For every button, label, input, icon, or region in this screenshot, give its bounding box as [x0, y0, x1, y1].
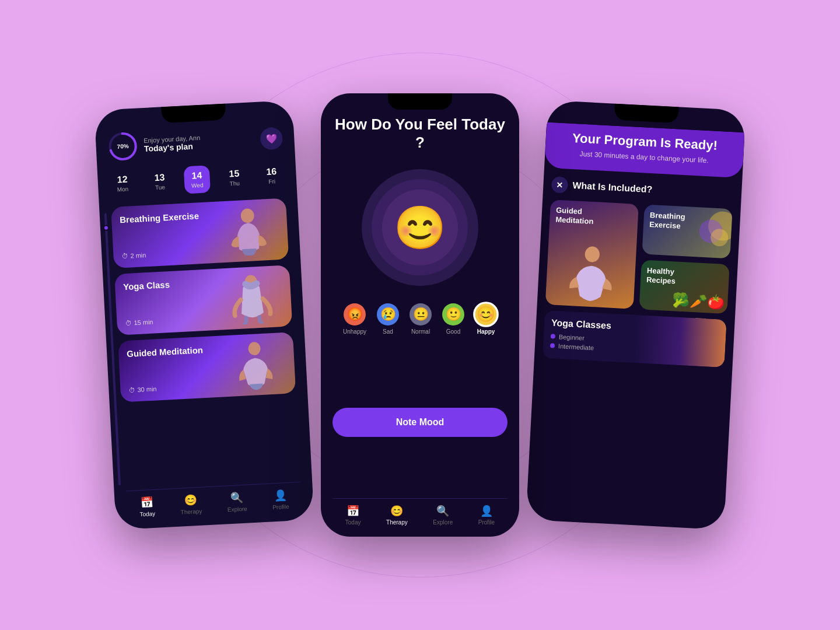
- nav-therapy-label: Therapy: [180, 508, 202, 516]
- nav-therapy-label-2: Therapy: [386, 519, 408, 526]
- phone-program: Your Program Is Ready! Just 30 minutes a…: [526, 100, 746, 530]
- svg-point-5: [584, 246, 600, 262]
- bottom-nav-2: 📅 Today 😊 Therapy 🔍 Explore 👤 Profile: [332, 498, 508, 528]
- clock-icon-2: ⏱: [125, 320, 132, 327]
- today-icon-2: 📅: [346, 505, 359, 517]
- yoga-classes-card[interactable]: Yoga Classes Beginner Intermediate: [542, 310, 727, 368]
- good-face: 🙂: [442, 303, 464, 326]
- yoga-duration: ⏱ 15 min: [125, 312, 284, 327]
- phone-mood: How Do You Feel Today ? 😊 😡 Unhappy 😢 Sa…: [321, 93, 519, 537]
- mood-unhappy[interactable]: 😡 Unhappy: [343, 303, 366, 335]
- mood-emoji-display: 😊: [394, 206, 446, 249]
- nav-explore-2[interactable]: 🔍 Explore: [433, 505, 453, 526]
- phone-today: 70% Enjoy your day, Ann Today's plan 💜 1…: [94, 100, 314, 530]
- heart-button[interactable]: 💜: [260, 127, 283, 150]
- progress-percent: 70%: [117, 143, 129, 150]
- sad-face: 😢: [377, 303, 399, 326]
- nav-profile-label: Profile: [272, 503, 289, 510]
- included-section: ✕ What Is Included?: [551, 177, 734, 202]
- mood-circle: 😊: [362, 169, 478, 286]
- notch-2: [388, 93, 452, 110]
- close-button[interactable]: ✕: [551, 177, 568, 194]
- timeline-dot: [103, 225, 110, 231]
- meditation-title: Guided Meditation: [127, 344, 214, 359]
- normal-face: 😐: [410, 303, 432, 326]
- therapy-icon-2: 😊: [390, 505, 403, 517]
- day-thu[interactable]: 15 Thu: [221, 163, 248, 192]
- clock-icon-3: ⏱: [128, 386, 135, 394]
- beginner-label: Beginner: [559, 334, 585, 342]
- unhappy-label: Unhappy: [343, 328, 366, 335]
- phones-container: 70% Enjoy your day, Ann Today's plan 💜 1…: [105, 93, 735, 537]
- breathing-exercise-card[interactable]: BreathingExercise: [642, 205, 732, 259]
- activity-list: Breathing Exercise ⏱ 2 min: [111, 198, 300, 491]
- mood-normal[interactable]: 😐 Normal: [410, 303, 432, 335]
- healthy-recipes-label: HealthyRecipes: [640, 260, 682, 292]
- nav-today-1[interactable]: 📅 Today: [139, 496, 156, 517]
- therapy-icon: 😊: [184, 494, 197, 507]
- nav-therapy-1[interactable]: 😊 Therapy: [180, 494, 202, 516]
- yoga-title: Yoga Class: [123, 277, 211, 292]
- intermediate-dot: [550, 344, 555, 348]
- mood-options: 😡 Unhappy 😢 Sad 😐 Normal 🙂 Good 😊: [343, 303, 497, 335]
- notch-1: [161, 104, 226, 124]
- note-mood-button[interactable]: Note Mood: [332, 408, 508, 437]
- notch-3: [614, 104, 678, 124]
- nav-today-label: Today: [139, 510, 155, 517]
- sad-label: Sad: [383, 328, 393, 335]
- good-label: Good: [446, 328, 460, 335]
- nav-explore-1[interactable]: 🔍 Explore: [226, 491, 247, 513]
- guided-meditation-label: GuidedMeditation: [549, 200, 600, 232]
- nav-explore-label-2: Explore: [433, 519, 453, 526]
- meditation-duration: ⏱ 30 min: [128, 379, 287, 394]
- unhappy-face: 😡: [344, 303, 366, 326]
- mood-good[interactable]: 🙂 Good: [442, 303, 464, 335]
- profile-icon-2: 👤: [480, 505, 493, 517]
- nav-today-2[interactable]: 📅 Today: [345, 505, 361, 526]
- happy-face: 😊: [473, 302, 499, 328]
- nav-profile-2[interactable]: 👤 Profile: [478, 505, 495, 526]
- breathing-card[interactable]: Breathing Exercise ⏱ 2 min: [111, 198, 289, 268]
- day-wed[interactable]: 14 Wed: [184, 165, 211, 194]
- mood-title: How Do You Feel Today ?: [332, 116, 508, 152]
- explore-icon: 🔍: [230, 491, 243, 505]
- healthy-recipes-card[interactable]: HealthyRecipes 🥦🥕🍅: [639, 260, 729, 314]
- happy-label: Happy: [477, 328, 495, 335]
- nav-therapy-2[interactable]: 😊 Therapy: [386, 505, 408, 526]
- mood-happy[interactable]: 😊 Happy: [475, 303, 497, 335]
- progress-ring: 70%: [107, 131, 139, 163]
- beginner-dot: [551, 334, 555, 339]
- breathing-exercise-label: BreathingExercise: [643, 205, 691, 237]
- today-icon: 📅: [140, 496, 153, 509]
- nav-explore-label: Explore: [228, 506, 247, 513]
- nav-profile-label-2: Profile: [478, 519, 495, 526]
- p1-calendar: 12 Mon 13 Tue 14 Wed 15 Thu 16 Fri: [109, 162, 285, 198]
- normal-label: Normal: [411, 328, 430, 335]
- meditation-card[interactable]: Guided Meditation ⏱ 30 min: [118, 332, 296, 402]
- veggie-icon: 🥦🥕🍅: [672, 292, 725, 312]
- included-label: What Is Included?: [572, 180, 653, 195]
- day-fri[interactable]: 16 Fri: [258, 162, 285, 190]
- breathing-decoration: [689, 207, 732, 259]
- breathing-duration: ⏱ 2 min: [121, 244, 280, 260]
- day-tue[interactable]: 13 Tue: [146, 167, 173, 196]
- header-info: Enjoy your day, Ann Today's plan: [144, 131, 261, 153]
- explore-icon-2: 🔍: [436, 505, 449, 517]
- guided-meditation-card[interactable]: GuidedMeditation: [545, 200, 639, 309]
- program-body: ✕ What Is Included? GuidedMeditation: [526, 168, 742, 530]
- intermediate-label: Intermediate: [558, 343, 594, 352]
- mood-sad[interactable]: 😢 Sad: [377, 303, 399, 335]
- nav-today-label-2: Today: [345, 519, 361, 526]
- yoga-card[interactable]: Yoga Class ⏱ 15 min: [114, 265, 292, 335]
- breathing-title: Breathing Exercise: [120, 211, 207, 226]
- day-mon[interactable]: 12 Mon: [109, 169, 136, 198]
- nav-profile-1[interactable]: 👤 Profile: [272, 489, 289, 510]
- profile-icon-1: 👤: [274, 489, 287, 502]
- program-grid: GuidedMeditation: [545, 200, 733, 314]
- clock-icon-1: ⏱: [121, 253, 128, 260]
